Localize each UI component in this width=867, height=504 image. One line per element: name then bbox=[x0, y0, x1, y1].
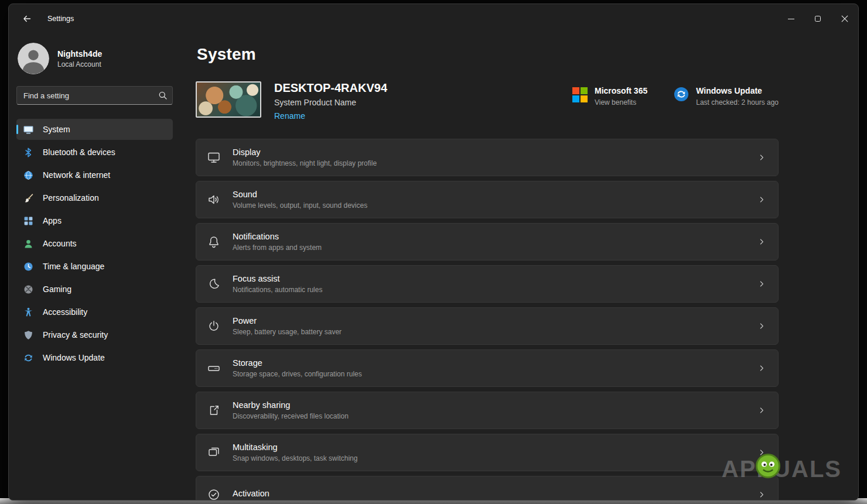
sidebar-item-privacy-security[interactable]: Privacy & security bbox=[16, 324, 173, 345]
gaming-icon bbox=[23, 284, 33, 294]
apps-icon bbox=[23, 216, 33, 226]
minimize-icon bbox=[788, 19, 794, 19]
setting-title: Activation bbox=[233, 489, 269, 498]
sidebar-item-label: Accounts bbox=[43, 239, 77, 248]
setting-subtitle: Volume levels, output, input, sound devi… bbox=[233, 201, 367, 210]
windows-update-text: Windows Update Last checked: 2 hours ago bbox=[696, 86, 779, 107]
setting-title: Storage bbox=[233, 358, 362, 368]
user-info: Nightsh4de Local Account bbox=[57, 49, 102, 68]
sidebar-item-gaming[interactable]: Gaming bbox=[16, 279, 173, 300]
minimize-button[interactable] bbox=[777, 4, 804, 33]
sidebar-item-label: System bbox=[43, 125, 70, 134]
sidebar-item-label: Bluetooth & devices bbox=[43, 148, 115, 157]
sidebar-item-system[interactable]: System bbox=[16, 119, 173, 140]
maximize-button[interactable] bbox=[804, 4, 831, 33]
titlebar: Settings bbox=[9, 4, 858, 33]
setting-row-notifications[interactable]: Notifications Alerts from apps and syste… bbox=[196, 223, 779, 260]
setting-row-sound[interactable]: Sound Volume levels, output, input, soun… bbox=[196, 181, 779, 218]
chevron-right-icon bbox=[757, 153, 766, 162]
setting-row-power[interactable]: Power Sleep, battery usage, battery save… bbox=[196, 307, 779, 345]
setting-subtitle: Discoverability, received files location bbox=[233, 412, 349, 420]
setting-row-text: Activation bbox=[233, 489, 269, 500]
setting-row-text: Notifications Alerts from apps and syste… bbox=[233, 232, 322, 252]
setting-row-text: Nearby sharing Discoverability, received… bbox=[233, 400, 349, 420]
page-title: System bbox=[197, 45, 858, 64]
power-icon bbox=[207, 319, 221, 333]
device-thumbnail bbox=[196, 81, 261, 118]
device-product-name: System Product Name bbox=[274, 98, 387, 107]
selected-indicator bbox=[16, 125, 18, 134]
sidebar-item-bluetooth-devices[interactable]: Bluetooth & devices bbox=[16, 142, 173, 163]
search-input[interactable] bbox=[16, 86, 173, 105]
setting-row-activation[interactable]: Activation bbox=[196, 476, 779, 500]
view-benefits-link[interactable]: View benefits bbox=[595, 98, 647, 107]
setting-title: Display bbox=[233, 148, 377, 157]
sidebar-item-windows-update[interactable]: Windows Update bbox=[16, 347, 173, 368]
setting-row-text: Sound Volume levels, output, input, soun… bbox=[233, 190, 367, 210]
privacy-security-icon bbox=[23, 330, 33, 340]
windows-update-card[interactable]: Windows Update Last checked: 2 hours ago bbox=[674, 86, 779, 107]
windows-update-status: Last checked: 2 hours ago bbox=[696, 98, 779, 107]
device-name: DESKTOP-4RAKV94 bbox=[274, 81, 387, 95]
sidebar-nav: System Bluetooth & devices Network & int… bbox=[16, 119, 173, 368]
setting-subtitle: Notifications, automatic rules bbox=[233, 286, 322, 294]
microsoft-365-title: Microsoft 365 bbox=[595, 86, 647, 95]
chevron-right-icon bbox=[757, 448, 766, 457]
setting-title: Power bbox=[233, 316, 342, 325]
setting-subtitle: Sleep, battery usage, battery saver bbox=[233, 328, 342, 336]
windows-update-status-icon bbox=[674, 87, 689, 107]
personalization-icon bbox=[23, 193, 33, 203]
user-name: Nightsh4de bbox=[57, 49, 102, 59]
device-header: DESKTOP-4RAKV94 System Product Name Rena… bbox=[196, 81, 779, 121]
windows-update-title: Windows Update bbox=[696, 86, 779, 95]
multitasking-icon bbox=[207, 445, 221, 460]
chevron-right-icon bbox=[757, 406, 766, 415]
sidebar: Nightsh4de Local Account System bbox=[9, 33, 180, 500]
rename-link[interactable]: Rename bbox=[274, 111, 305, 121]
sidebar-item-apps[interactable]: Apps bbox=[16, 210, 173, 231]
setting-row-focus-assist[interactable]: Focus assist Notifications, automatic ru… bbox=[196, 265, 779, 303]
microsoft-365-card[interactable]: Microsoft 365 View benefits bbox=[572, 86, 647, 107]
setting-title: Focus assist bbox=[233, 274, 322, 283]
window-title: Settings bbox=[47, 15, 74, 23]
sidebar-item-network-internet[interactable]: Network & internet bbox=[16, 164, 173, 186]
user-account-type: Local Account bbox=[57, 60, 102, 68]
sidebar-item-label: Network & internet bbox=[43, 170, 110, 180]
setting-row-multitasking[interactable]: Multitasking Snap windows, desktops, tas… bbox=[196, 434, 779, 471]
chevron-right-icon bbox=[757, 237, 766, 246]
sidebar-item-label: Time & language bbox=[43, 262, 104, 271]
maximize-icon bbox=[815, 16, 821, 22]
sound-icon bbox=[207, 193, 221, 207]
time-language-icon bbox=[23, 262, 33, 272]
sidebar-item-label: Privacy & security bbox=[43, 330, 108, 340]
chevron-right-icon bbox=[757, 195, 766, 204]
setting-title: Multitasking bbox=[233, 443, 357, 452]
microsoft-logo-icon bbox=[572, 87, 588, 102]
setting-subtitle: Snap windows, desktops, task switching bbox=[233, 454, 357, 462]
setting-row-display[interactable]: Display Monitors, brightness, night ligh… bbox=[196, 139, 779, 176]
storage-icon bbox=[207, 361, 221, 375]
nearby-sharing-icon bbox=[207, 403, 221, 417]
back-arrow-icon bbox=[22, 14, 32, 23]
setting-subtitle: Monitors, brightness, night light, displ… bbox=[233, 159, 377, 167]
chevron-right-icon bbox=[757, 364, 766, 373]
user-account-card[interactable]: Nightsh4de Local Account bbox=[16, 36, 173, 85]
sidebar-item-time-language[interactable]: Time & language bbox=[16, 256, 173, 277]
back-button[interactable] bbox=[15, 9, 39, 29]
setting-row-nearby-sharing[interactable]: Nearby sharing Discoverability, received… bbox=[196, 392, 779, 429]
sidebar-item-accounts[interactable]: Accounts bbox=[16, 233, 173, 254]
sidebar-item-label: Accessibility bbox=[43, 307, 87, 317]
setting-subtitle: Alerts from apps and system bbox=[233, 244, 322, 252]
close-button[interactable] bbox=[831, 4, 858, 33]
setting-row-text: Storage Storage space, drives, configura… bbox=[233, 358, 362, 378]
chevron-right-icon bbox=[757, 279, 766, 289]
bluetooth-icon bbox=[23, 148, 33, 157]
setting-row-storage[interactable]: Storage Storage space, drives, configura… bbox=[196, 349, 779, 387]
sidebar-item-accessibility[interactable]: Accessibility bbox=[16, 301, 173, 323]
search-box bbox=[16, 86, 173, 105]
chevron-right-icon bbox=[757, 490, 766, 499]
setting-title: Nearby sharing bbox=[233, 400, 349, 410]
sidebar-item-personalization[interactable]: Personalization bbox=[16, 187, 173, 208]
accounts-icon bbox=[23, 239, 33, 249]
notifications-icon bbox=[207, 235, 221, 249]
